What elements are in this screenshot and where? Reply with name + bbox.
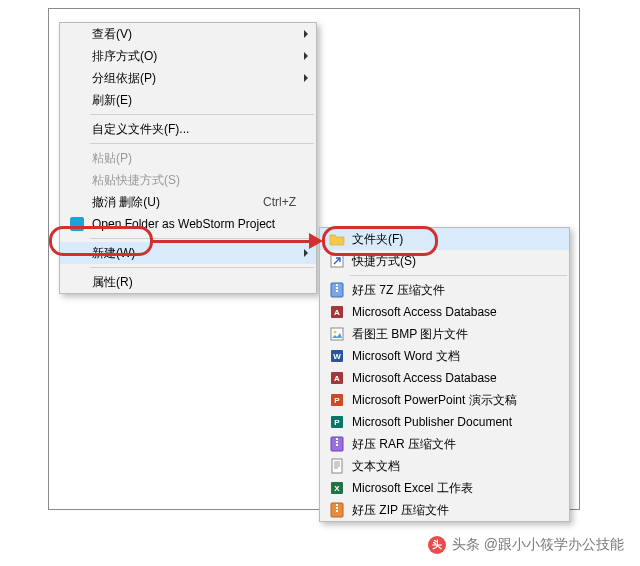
svg-rect-0 xyxy=(70,217,84,231)
annotation-arrow-line xyxy=(153,240,311,243)
menu-item-label: 分组依据(P) xyxy=(88,70,310,87)
main-menu-item-5[interactable]: 自定义文件夹(F)... xyxy=(60,118,316,140)
blank-icon-slot xyxy=(66,118,88,140)
menu-item-label: 粘贴快捷方式(S) xyxy=(88,172,310,189)
main-menu-item-3[interactable]: 刷新(E) xyxy=(60,89,316,111)
webstorm-icon-slot xyxy=(66,213,88,235)
svg-rect-9 xyxy=(331,328,343,340)
powerpoint-icon-slot: P xyxy=(326,389,348,411)
sub-menu-item-7[interactable]: AMicrosoft Access Database xyxy=(320,367,569,389)
context-menu-new-submenu[interactable]: 文件夹(F)快捷方式(S)好压 7Z 压缩文件AMicrosoft Access… xyxy=(319,227,570,522)
shortcut-icon xyxy=(329,253,345,269)
menu-item-label: Microsoft PowerPoint 演示文稿 xyxy=(348,392,563,409)
menu-item-label: 好压 RAR 压缩文件 xyxy=(348,436,563,453)
sub-menu-item-10[interactable]: 好压 RAR 压缩文件 xyxy=(320,433,569,455)
footer-name: 跟小小筱学办公技能 xyxy=(498,536,624,552)
svg-rect-6 xyxy=(336,290,338,292)
blank-icon-slot xyxy=(66,147,88,169)
blank-icon-slot xyxy=(66,89,88,111)
main-menu-separator xyxy=(90,238,314,239)
svg-text:P: P xyxy=(334,418,340,427)
chevron-right-icon xyxy=(304,52,308,60)
main-menu-item-9[interactable]: 撤消 删除(U)Ctrl+Z xyxy=(60,191,316,213)
menu-item-label: 快捷方式(S) xyxy=(348,253,563,270)
svg-text:A: A xyxy=(334,308,340,317)
main-menu-separator xyxy=(90,143,314,144)
menu-item-label: 撤消 删除(U) xyxy=(88,194,247,211)
menu-item-label: 文件夹(F) xyxy=(348,231,563,248)
menu-item-label: Microsoft Word 文档 xyxy=(348,348,563,365)
sub-menu-item-11[interactable]: 文本文档 xyxy=(320,455,569,477)
publisher-icon: P xyxy=(329,414,345,430)
access-icon-slot: A xyxy=(326,301,348,323)
menu-item-label: 好压 7Z 压缩文件 xyxy=(348,282,563,299)
sub-menu-item-6[interactable]: WMicrosoft Word 文档 xyxy=(320,345,569,367)
sub-menu-item-8[interactable]: PMicrosoft PowerPoint 演示文稿 xyxy=(320,389,569,411)
annotation-arrow-head xyxy=(309,233,323,249)
main-menu-item-14[interactable]: 属性(R) xyxy=(60,271,316,293)
access-icon-slot: A xyxy=(326,367,348,389)
menu-item-label: Microsoft Excel 工作表 xyxy=(348,480,563,497)
blank-icon-slot xyxy=(66,67,88,89)
menu-item-label: 新建(W) xyxy=(88,245,310,262)
menu-item-label: Microsoft Access Database xyxy=(348,305,563,319)
main-menu-item-2[interactable]: 分组依据(P) xyxy=(60,67,316,89)
main-menu-separator xyxy=(90,114,314,115)
menu-item-label: 刷新(E) xyxy=(88,92,310,109)
blank-icon-slot xyxy=(66,191,88,213)
main-menu-item-10[interactable]: Open Folder as WebStorm Project xyxy=(60,213,316,235)
folder-icon xyxy=(329,231,345,247)
blank-icon-slot xyxy=(66,169,88,191)
text-icon-slot xyxy=(326,455,348,477)
svg-text:A: A xyxy=(334,374,340,383)
powerpoint-icon: P xyxy=(329,392,345,408)
archive-zip-icon xyxy=(329,502,345,518)
sub-menu-item-13[interactable]: 好压 ZIP 压缩文件 xyxy=(320,499,569,521)
access-icon: A xyxy=(329,370,345,386)
main-menu-item-8: 粘贴快捷方式(S) xyxy=(60,169,316,191)
word-icon-slot: W xyxy=(326,345,348,367)
context-menu-main[interactable]: 查看(V)排序方式(O)分组依据(P)刷新(E)自定义文件夹(F)...粘贴(P… xyxy=(59,22,317,294)
archive-zip-icon-slot xyxy=(326,499,348,521)
menu-item-label: 看图王 BMP 图片文件 xyxy=(348,326,563,343)
sub-menu-item-9[interactable]: PMicrosoft Publisher Document xyxy=(320,411,569,433)
svg-text:P: P xyxy=(334,396,340,405)
svg-rect-1 xyxy=(72,227,78,229)
sub-menu-item-12[interactable]: XMicrosoft Excel 工作表 xyxy=(320,477,569,499)
footer-prefix: 头条 xyxy=(452,536,480,552)
access-icon: A xyxy=(329,304,345,320)
sub-menu-item-1[interactable]: 快捷方式(S) xyxy=(320,250,569,272)
menu-item-label: 粘贴(P) xyxy=(88,150,310,167)
sub-menu-item-5[interactable]: 看图王 BMP 图片文件 xyxy=(320,323,569,345)
toutiao-logo-icon: 头 xyxy=(428,536,446,554)
sub-menu-item-4[interactable]: AMicrosoft Access Database xyxy=(320,301,569,323)
sub-menu-item-0[interactable]: 文件夹(F) xyxy=(320,228,569,250)
footer-at: @ xyxy=(484,536,498,552)
chevron-right-icon xyxy=(304,74,308,82)
svg-rect-32 xyxy=(336,507,338,509)
excel-icon: X xyxy=(329,480,345,496)
blank-icon-slot xyxy=(66,271,88,293)
main-menu-item-7: 粘贴(P) xyxy=(60,147,316,169)
chevron-right-icon xyxy=(304,249,308,257)
menu-item-label: 排序方式(O) xyxy=(88,48,310,65)
word-icon: W xyxy=(329,348,345,364)
svg-rect-4 xyxy=(336,284,338,286)
main-menu-separator xyxy=(90,267,314,268)
webstorm-icon xyxy=(69,216,85,232)
chevron-right-icon xyxy=(304,30,308,38)
archive-rar-icon xyxy=(329,436,345,452)
archive-7z-icon-slot xyxy=(326,279,348,301)
svg-rect-22 xyxy=(336,444,338,446)
main-menu-item-12[interactable]: 新建(W) xyxy=(60,242,316,264)
svg-rect-33 xyxy=(336,510,338,512)
folder-icon-slot xyxy=(326,228,348,250)
menu-item-shortcut: Ctrl+Z xyxy=(247,195,310,209)
svg-text:W: W xyxy=(333,352,341,361)
sub-menu-item-3[interactable]: 好压 7Z 压缩文件 xyxy=(320,279,569,301)
main-menu-item-1[interactable]: 排序方式(O) xyxy=(60,45,316,67)
shortcut-icon-slot xyxy=(326,250,348,272)
bmp-icon xyxy=(329,326,345,342)
main-menu-item-0[interactable]: 查看(V) xyxy=(60,23,316,45)
publisher-icon-slot: P xyxy=(326,411,348,433)
